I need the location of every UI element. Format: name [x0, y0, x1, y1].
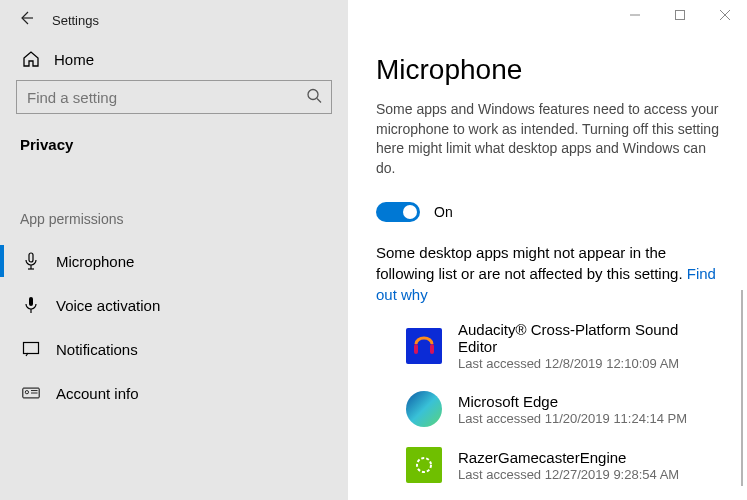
- app-name: Audacity® Cross-Platform Sound Editor: [458, 321, 719, 355]
- app-sub: Last accessed 12/27/2019 9:28:54 AM: [458, 467, 679, 482]
- search-icon: [306, 88, 322, 107]
- nav-label: Notifications: [56, 341, 138, 358]
- home-link[interactable]: Home: [0, 40, 348, 80]
- app-sub: Last accessed 12/8/2019 12:10:09 AM: [458, 356, 719, 371]
- voice-icon: [22, 296, 40, 314]
- microphone-toggle[interactable]: [376, 202, 420, 222]
- settings-window: Settings Home Privacy App permissions Mi…: [0, 0, 747, 500]
- note-text: Some desktop apps might not appear in th…: [376, 242, 719, 305]
- app-sub: Last accessed 11/20/2019 11:24:14 PM: [458, 411, 687, 426]
- sidebar-item-notifications[interactable]: Notifications: [0, 327, 348, 371]
- app-name: Microsoft Edge: [458, 393, 687, 410]
- home-icon: [22, 50, 40, 68]
- search-input[interactable]: [16, 80, 332, 114]
- account-icon: [22, 386, 40, 400]
- close-button[interactable]: [702, 0, 747, 30]
- nav-label: Microphone: [56, 253, 134, 270]
- app-row-edge[interactable]: Microsoft Edge Last accessed 11/20/2019 …: [406, 391, 719, 427]
- search-wrap: [0, 80, 348, 130]
- app-list: Audacity® Cross-Platform Sound Editor La…: [376, 321, 719, 483]
- maximize-button[interactable]: [657, 0, 702, 30]
- back-icon[interactable]: [18, 10, 34, 30]
- svg-rect-16: [414, 344, 418, 354]
- note-prefix: Some desktop apps might not appear in th…: [376, 244, 687, 282]
- svg-rect-7: [24, 343, 39, 354]
- sidebar-item-voice-activation[interactable]: Voice activation: [0, 283, 348, 327]
- window-title: Settings: [52, 13, 99, 28]
- app-name: RazerGamecasterEngine: [458, 449, 679, 466]
- window-controls: [612, 0, 747, 30]
- toggle-label: On: [434, 204, 453, 220]
- sidebar-subhead: App permissions: [0, 163, 348, 239]
- app-row-audacity[interactable]: Audacity® Cross-Platform Sound Editor La…: [406, 321, 719, 371]
- page-title: Microphone: [376, 54, 719, 86]
- sidebar-item-account-info[interactable]: Account info: [0, 371, 348, 415]
- sidebar-item-microphone[interactable]: Microphone: [0, 239, 348, 283]
- notifications-icon: [22, 341, 40, 357]
- svg-point-9: [25, 391, 28, 394]
- svg-rect-2: [29, 253, 33, 262]
- minimize-button[interactable]: [612, 0, 657, 30]
- home-label: Home: [54, 51, 94, 68]
- nav-label: Voice activation: [56, 297, 160, 314]
- nav-label: Account info: [56, 385, 139, 402]
- svg-point-0: [308, 90, 318, 100]
- category-label: Privacy: [0, 130, 348, 163]
- svg-point-18: [417, 458, 431, 472]
- app-row-razer[interactable]: RazerGamecasterEngine Last accessed 12/2…: [406, 447, 719, 483]
- svg-rect-17: [430, 344, 434, 354]
- audacity-icon: [406, 328, 442, 364]
- razer-icon: [406, 447, 442, 483]
- page-description: Some apps and Windows features need to a…: [376, 100, 719, 178]
- sidebar: Settings Home Privacy App permissions Mi…: [0, 0, 348, 500]
- svg-line-1: [317, 99, 321, 103]
- toggle-row: On: [376, 202, 719, 222]
- scrollbar-indicator[interactable]: [741, 290, 743, 486]
- svg-rect-5: [29, 297, 33, 306]
- main-panel: Microphone Some apps and Windows feature…: [348, 0, 747, 500]
- svg-rect-13: [675, 11, 684, 20]
- microphone-icon: [22, 252, 40, 270]
- sidebar-top: Settings: [0, 8, 348, 40]
- edge-icon: [406, 391, 442, 427]
